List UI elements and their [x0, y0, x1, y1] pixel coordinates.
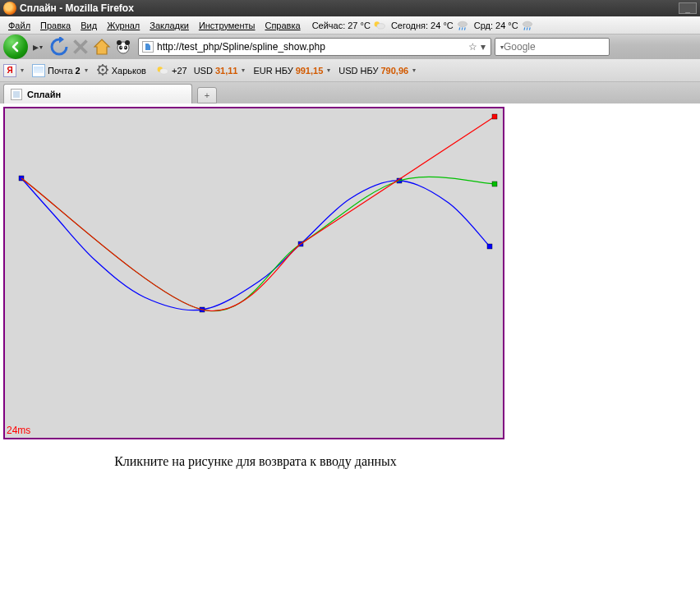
menu-edit[interactable]: Правка — [35, 19, 76, 32]
svg-line-5 — [464, 27, 465, 30]
mail-count: 2 — [76, 66, 81, 76]
sun-cloud-icon-2 — [156, 65, 169, 76]
svg-point-48 — [160, 68, 168, 73]
svg-rect-55 — [492, 114, 497, 119]
yandex-dropdown[interactable]: ▾ — [21, 67, 24, 74]
usd-rate[interactable]: USD 31,11 ▾ — [194, 66, 247, 76]
tab-strip: Сплайн + — [0, 82, 700, 103]
page-content: 24ms Кликните на рисунке для возврата к … — [0, 103, 700, 469]
mail-label: Почта — [48, 66, 73, 76]
menu-tools[interactable]: Инструменты — [194, 19, 260, 32]
bookmark-star-icon[interactable]: ☆ — [467, 41, 479, 53]
city-weather-widget[interactable]: Харьков +27 — [96, 63, 187, 78]
usd-label: USD — [194, 66, 213, 76]
menu-help[interactable]: Справка — [260, 19, 305, 32]
usd-nbu-dropdown[interactable]: ▾ — [412, 67, 416, 74]
spline-plot[interactable]: 24ms — [3, 107, 504, 439]
usd-nbu-rate[interactable]: USD НБУ 790,96 ▾ — [338, 66, 417, 76]
svg-line-44 — [105, 72, 107, 74]
usd-value: 31,11 — [215, 66, 238, 76]
new-tab-button[interactable]: + — [197, 87, 217, 103]
usd-dropdown[interactable]: ▾ — [242, 67, 245, 74]
mail-icon — [32, 64, 45, 77]
navigation-toolbar: ▸▾ ☆ ▾ G ▾ — [0, 34, 700, 59]
weather-today-label: Сегодня: — [391, 21, 428, 30]
weather-today-temp: 24 °C — [431, 21, 454, 30]
svg-line-46 — [99, 72, 100, 74]
rain-icon-2 — [521, 20, 534, 31]
eur-nbu-rate[interactable]: EUR НБУ 991,15 ▾ — [253, 66, 332, 76]
svg-point-6 — [523, 21, 532, 26]
window-titlebar: Сплайн - Mozilla Firefox _ — [0, 0, 700, 16]
menu-view[interactable]: Вид — [76, 19, 102, 32]
panda-icon[interactable] — [113, 37, 133, 57]
stop-button[interactable] — [71, 37, 90, 57]
minimize-button[interactable]: _ — [679, 2, 697, 14]
search-bar[interactable]: G ▾ — [495, 38, 610, 56]
svg-line-4 — [462, 27, 463, 30]
gear-icon — [96, 63, 109, 78]
rain-icon — [456, 20, 469, 31]
svg-point-33 — [121, 47, 122, 48]
page-caption: Кликните на рисунке для возврата к вводу… — [3, 454, 504, 469]
window-title: Сплайн - Mozilla Firefox — [20, 2, 134, 14]
svg-point-30 — [125, 40, 130, 45]
svg-point-2 — [458, 21, 467, 26]
svg-line-9 — [529, 27, 530, 30]
usd-nbu-value: 790,96 — [380, 66, 408, 76]
svg-line-8 — [527, 27, 527, 30]
sun-cloud-icon — [373, 20, 386, 31]
svg-line-7 — [524, 27, 525, 30]
svg-point-31 — [119, 46, 122, 50]
eur-label: EUR НБУ — [253, 66, 292, 76]
usd-nbu-label: USD НБУ — [338, 66, 378, 76]
svg-rect-53 — [487, 244, 492, 249]
info-toolbar: Я ▾ Почта 2 ▾ Харьков +27 USD 31,11 ▾ EU… — [0, 59, 700, 82]
yandex-icon[interactable]: Я — [3, 64, 16, 77]
weather-now-label: Сейчас: — [312, 21, 346, 30]
render-time: 24ms — [7, 425, 30, 436]
svg-point-1 — [377, 23, 385, 28]
reload-button[interactable] — [49, 37, 69, 57]
eur-dropdown[interactable]: ▾ — [327, 67, 330, 74]
mail-dropdown[interactable]: ▾ — [85, 67, 88, 74]
back-button[interactable] — [3, 34, 28, 59]
menu-file[interactable]: Файл — [3, 19, 35, 32]
firefox-icon — [3, 2, 16, 15]
menu-bookmarks[interactable]: Закладки — [145, 19, 194, 32]
window-controls: _ — [679, 2, 697, 14]
home-button[interactable] — [92, 37, 112, 57]
svg-point-38 — [101, 68, 104, 71]
tab-spline[interactable]: Сплайн — [3, 84, 192, 103]
city-name: Харьков — [112, 66, 146, 76]
tab-title: Сплайн — [27, 90, 61, 99]
menu-bar: Файл Правка Вид Журнал Закладки Инструме… — [0, 16, 700, 34]
weather-bar: Сейчас: 27 °C Сегодня: 24 °C Срд: 24 °C — [312, 20, 534, 31]
svg-line-43 — [99, 66, 100, 67]
svg-point-34 — [125, 47, 126, 48]
url-input[interactable] — [157, 41, 467, 53]
weather-wed-label: Срд: — [474, 21, 493, 30]
menu-history[interactable]: Журнал — [102, 19, 145, 32]
tab-page-icon — [11, 89, 22, 100]
page-icon — [142, 41, 154, 53]
city-temp: +27 — [172, 66, 187, 76]
forward-button[interactable]: ▸▾ — [28, 37, 48, 57]
mail-widget[interactable]: Почта 2 ▾ — [32, 64, 90, 77]
svg-rect-54 — [492, 182, 497, 186]
svg-line-3 — [459, 27, 460, 30]
svg-line-45 — [105, 66, 107, 67]
eur-value: 991,15 — [296, 66, 324, 76]
svg-point-29 — [117, 40, 122, 45]
address-bar[interactable]: ☆ ▾ — [138, 38, 491, 56]
search-input[interactable] — [504, 41, 627, 53]
weather-now-temp: 27 °C — [348, 21, 371, 30]
url-dropdown-icon[interactable]: ▾ — [479, 41, 487, 53]
weather-wed-temp: 24 °C — [495, 21, 518, 30]
svg-point-32 — [124, 46, 127, 50]
